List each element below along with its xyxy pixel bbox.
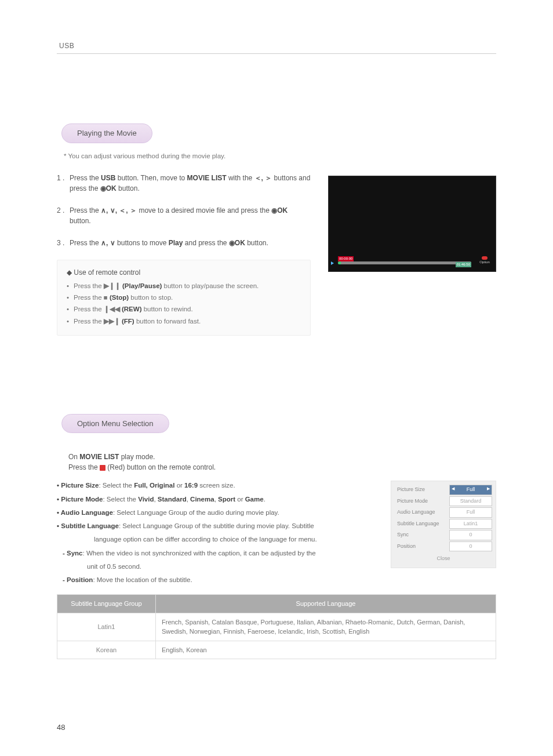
total-time: 01:46:50 [456,262,471,267]
option-label: Subtitle Language [395,519,447,529]
remote-control-box: ◆ Use of remote control Press the ▶❙❙ (P… [57,260,311,336]
fastforward-icon: ▶▶❙ [104,318,120,325]
col-subtitle-group: Subtitle Language Group [57,595,156,613]
opt-sync: - Sync: When the video is not synchroniz… [57,548,384,558]
step-2: 2 . Press the ∧, ∨, ＜, ＞ move to a desir… [57,205,311,226]
option-label: Sync [395,530,447,540]
adjust-note: * You can adjust various method during t… [64,151,496,161]
subtitle-language-table: Subtitle Language Group Supported Langua… [57,594,496,659]
rewind-icon: ❙◀◀ [104,306,120,312]
table-row: Latin1 French, Spanish, Catalan Basque, … [57,613,496,641]
remote-stop: Press the ■ (Stop) button to stop. [67,293,301,303]
step-1: 1 . Press the USB button. Then, move to … [57,173,311,194]
option-menu-panel: Picture SizeFullPicture ModeStandardAudi… [391,481,496,568]
option-value: 0 [449,541,492,552]
opt-position: - Position: Move the location of the sub… [57,575,384,585]
option-panel-row: Picture ModeStandard [395,496,492,507]
section-title-option: Option Menu Selection [61,414,169,434]
option-label: Picture Size [395,485,447,495]
option-panel-row: Picture SizeFull [395,485,492,495]
option-panel-row: Subtitle LanguageLatin1 [395,519,492,529]
option-intro: On MOVIE LIST play mode. Press the (Red)… [68,452,496,472]
page-number: 48 [57,722,65,733]
remote-play-pause: Press the ▶❙❙ (Play/Pause) button to pla… [67,281,301,291]
col-supported-language: Supported Language [156,595,496,613]
option-value: Standard [449,496,492,507]
step-3: 3 . Press the ∧, ∨ buttons to move Play … [57,238,311,248]
option-button: Option [476,256,493,265]
section-title-playing: Playing the Movie [61,123,152,143]
remote-ff: Press the ▶▶❙ (FF) button to forward fas… [67,317,301,326]
play-pause-icon: ▶❙❙ [104,282,121,289]
elapsed-time: 00:00:00 [338,256,354,261]
opt-picture-mode: • Picture Mode: Select the Vivid, Standa… [57,495,384,504]
page-header: USB [57,41,496,54]
opt-subtitle-language: • Subtitle Language: Select Language Gro… [57,521,384,531]
red-button-icon [100,465,105,471]
close-button: Close [395,553,492,564]
option-panel-row: Sync0 [395,530,492,540]
stop-icon: ■ [104,294,108,301]
play-icon [331,261,334,265]
opt-picture-size: • Picture Size: Select the Full, Origina… [57,481,384,490]
option-value: Full [449,485,492,495]
movie-player-screenshot: 00:00:00 01:46:50 Option [328,176,496,272]
option-panel-row: Position0 [395,541,492,552]
progress-bar [338,261,471,264]
table-row: Korean English, Korean [57,641,496,659]
option-value: Full [449,507,492,518]
option-label: Picture Mode [395,496,447,507]
opt-audio-language: • Audio Language: Select Language Group … [57,508,384,518]
remote-rew: Press the ❙◀◀ (REW) button to rewind. [67,304,301,314]
option-value: Latin1 [449,519,492,529]
option-value: 0 [449,530,492,540]
option-label: Audio Language [395,507,447,518]
option-label: Position [395,541,447,552]
option-panel-row: Audio LanguageFull [395,507,492,518]
